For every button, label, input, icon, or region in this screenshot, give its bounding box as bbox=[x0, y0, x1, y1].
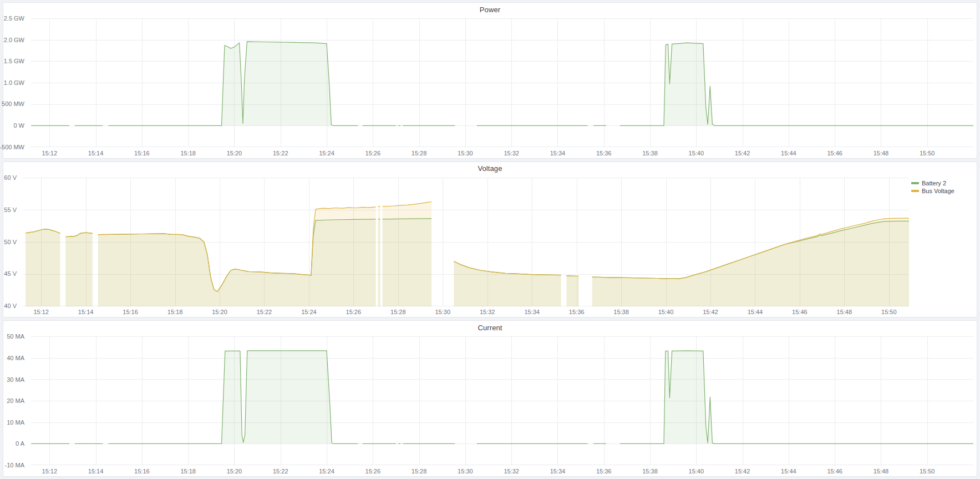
voltage-y-axis: 60 V55 V50 V45 V40 V bbox=[3, 178, 20, 306]
y-tick-label: 45 V bbox=[4, 270, 17, 277]
x-tick-label: 15:24 bbox=[301, 309, 317, 315]
x-tick-label: 15:22 bbox=[273, 468, 288, 475]
x-tick-label: 15:38 bbox=[613, 309, 629, 315]
x-tick-label: 15:20 bbox=[227, 150, 242, 157]
current-y-axis: 50 MA40 MA30 MA20 MA10 MA0 A-10 MA bbox=[3, 336, 28, 465]
y-tick-label: 500 MW bbox=[2, 100, 24, 107]
voltage-panel-body: 60 V55 V50 V45 V40 V 15:1215:1415:1615:1… bbox=[3, 175, 977, 317]
x-tick-label: 15:34 bbox=[524, 309, 540, 315]
x-tick-label: 15:14 bbox=[88, 150, 104, 157]
x-tick-label: 15:28 bbox=[412, 150, 427, 157]
legend-item-battery-2[interactable]: Battery 2 bbox=[911, 180, 976, 186]
x-tick-label: 15:36 bbox=[596, 150, 612, 157]
power-panel-title: Power bbox=[480, 6, 500, 14]
legend-label: Battery 2 bbox=[922, 180, 946, 186]
y-tick-label: 40 MA bbox=[7, 355, 24, 361]
x-tick-label: 15:44 bbox=[748, 309, 763, 315]
voltage-legend: Battery 2Bus Voltage bbox=[911, 180, 976, 194]
x-tick-label: 15:24 bbox=[319, 150, 334, 157]
x-tick-label: 15:46 bbox=[827, 468, 842, 475]
x-tick-label: 15:48 bbox=[874, 468, 889, 475]
x-tick-label: 15:40 bbox=[689, 150, 704, 157]
x-tick-label: 15:46 bbox=[792, 309, 808, 315]
x-tick-label: 15:16 bbox=[123, 309, 138, 315]
x-tick-label: 15:34 bbox=[550, 468, 566, 475]
dashboard: Power 2.5 GW2.0 GW1.5 GW1.0 GW500 MW0 W-… bbox=[0, 0, 980, 479]
x-tick-label: 15:26 bbox=[365, 150, 381, 157]
power-y-axis: 2.5 GW2.0 GW1.5 GW1.0 GW500 MW0 W-500 MW bbox=[3, 18, 28, 147]
power-panel-body: 2.5 GW2.0 GW1.5 GW1.0 GW500 MW0 W-500 MW… bbox=[3, 16, 977, 158]
x-tick-label: 15:40 bbox=[658, 309, 674, 315]
x-tick-label: 15:28 bbox=[412, 468, 427, 475]
current-panel-body: 50 MA40 MA30 MA20 MA10 MA0 A-10 MA 15:12… bbox=[3, 334, 977, 476]
x-tick-label: 15:22 bbox=[273, 150, 288, 157]
x-tick-label: 15:32 bbox=[504, 150, 519, 157]
x-tick-label: 15:16 bbox=[134, 150, 150, 157]
x-tick-label: 15:44 bbox=[781, 150, 796, 157]
legend-swatch-icon bbox=[911, 190, 919, 192]
legend-label: Bus Voltage bbox=[922, 188, 954, 194]
x-tick-label: 15:50 bbox=[920, 468, 935, 475]
x-tick-label: 15:16 bbox=[134, 468, 150, 475]
y-tick-label: 30 MA bbox=[7, 376, 24, 383]
current-x-axis: 15:1215:1415:1615:1815:2015:2215:2415:26… bbox=[31, 467, 973, 476]
x-tick-label: 15:18 bbox=[167, 309, 183, 315]
x-tick-label: 15:32 bbox=[504, 468, 519, 475]
x-tick-label: 15:18 bbox=[180, 468, 196, 475]
y-tick-label: -500 MW bbox=[0, 144, 24, 150]
x-tick-label: 15:20 bbox=[227, 468, 242, 475]
x-tick-label: 15:36 bbox=[596, 468, 612, 475]
x-tick-label: 15:14 bbox=[88, 468, 104, 475]
y-tick-label: 2.0 GW bbox=[4, 37, 24, 43]
y-tick-label: 50 MA bbox=[7, 333, 24, 340]
y-tick-label: 20 MA bbox=[7, 397, 24, 404]
y-tick-label: 1.0 GW bbox=[4, 79, 24, 86]
x-tick-label: 15:34 bbox=[550, 150, 566, 157]
voltage-panel-header: Voltage bbox=[3, 162, 977, 175]
y-tick-label: 40 V bbox=[4, 302, 17, 309]
x-tick-label: 15:44 bbox=[781, 468, 796, 475]
x-tick-label: 15:32 bbox=[480, 309, 495, 315]
x-tick-label: 15:12 bbox=[33, 309, 49, 315]
voltage-panel: Voltage 60 V55 V50 V45 V40 V 15:1215:141… bbox=[3, 162, 977, 318]
x-tick-label: 15:26 bbox=[346, 309, 362, 315]
power-plot-area[interactable] bbox=[31, 18, 973, 147]
y-tick-label: 10 MA bbox=[7, 419, 24, 426]
x-tick-label: 15:12 bbox=[42, 468, 58, 475]
legend-item-bus-voltage[interactable]: Bus Voltage bbox=[911, 188, 976, 194]
x-tick-label: 15:30 bbox=[435, 309, 450, 315]
voltage-panel-title: Voltage bbox=[478, 164, 502, 173]
power-chart-svg bbox=[31, 18, 973, 147]
current-panel-title: Current bbox=[478, 324, 502, 332]
y-tick-label: 50 V bbox=[4, 239, 17, 245]
x-tick-label: 15:14 bbox=[78, 309, 94, 315]
x-tick-label: 15:26 bbox=[365, 468, 381, 475]
x-tick-label: 15:20 bbox=[212, 309, 227, 315]
x-tick-label: 15:22 bbox=[257, 309, 272, 315]
x-tick-label: 15:18 bbox=[180, 150, 196, 157]
y-tick-label: 55 V bbox=[4, 206, 17, 213]
voltage-x-axis: 15:1215:1415:1615:1815:2015:2215:2415:26… bbox=[23, 307, 909, 316]
current-panel: Current 50 MA40 MA30 MA20 MA10 MA0 A-10 … bbox=[3, 320, 977, 477]
voltage-chart-svg bbox=[23, 178, 909, 306]
legend-swatch-icon bbox=[911, 182, 919, 184]
x-tick-label: 15:46 bbox=[827, 150, 842, 157]
x-tick-label: 15:38 bbox=[642, 150, 658, 157]
x-tick-label: 15:42 bbox=[703, 309, 718, 315]
x-tick-label: 15:42 bbox=[735, 468, 750, 475]
x-tick-label: 15:28 bbox=[390, 309, 406, 315]
x-tick-label: 15:48 bbox=[837, 309, 852, 315]
x-tick-label: 15:40 bbox=[689, 468, 704, 475]
x-tick-label: 15:24 bbox=[319, 468, 334, 475]
y-tick-label: 1.5 GW bbox=[4, 58, 24, 64]
x-tick-label: 15:50 bbox=[920, 150, 935, 157]
current-plot-area[interactable] bbox=[31, 336, 973, 465]
y-tick-label: 0 A bbox=[16, 440, 24, 447]
x-tick-label: 15:48 bbox=[874, 150, 889, 157]
x-tick-label: 15:30 bbox=[458, 468, 473, 475]
power-panel-header: Power bbox=[3, 3, 977, 16]
x-tick-label: 15:38 bbox=[642, 468, 658, 475]
voltage-plot-area[interactable] bbox=[23, 178, 909, 306]
current-chart-svg bbox=[31, 336, 973, 465]
x-tick-label: 15:50 bbox=[881, 309, 897, 315]
